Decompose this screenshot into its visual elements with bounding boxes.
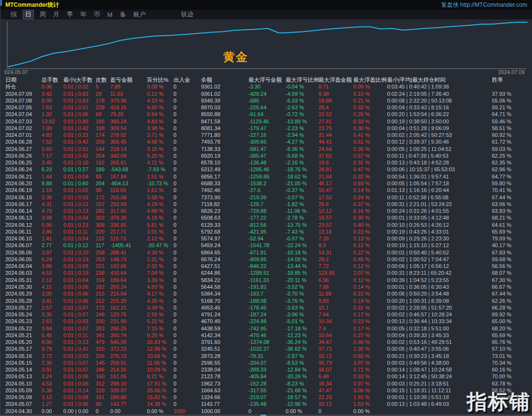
table-row[interactable]: 2024.05.132.240.01 | 0.06160161.058.21 %… (0, 373, 532, 380)
table-row[interactable]: 2024.06.267.170.01 | 0.42204342.095.20 %… (0, 152, 532, 159)
table-row[interactable]: 2024.06.144.790.01 | 0.13282317.604.88 %… (0, 208, 532, 214)
cell: -2.63 % (286, 104, 318, 111)
table-row[interactable]: 2024.07.014.830.01 | 0.22174278.023.71 %… (0, 132, 532, 138)
cell: 0.01 | 0.22 (63, 132, 96, 138)
cell: 0.69 % (353, 180, 387, 187)
cell: 29.2 (318, 256, 353, 263)
table-row[interactable]: 2024.05.104.530.01 | 0.05312298.1017.91 … (0, 380, 532, 387)
table-row[interactable]: 2024.06.043.860.01 | 0.09221182.652.92 %… (0, 263, 532, 269)
cell: 0.01 | 0.51 (63, 104, 96, 111)
table-row[interactable]: 2024.05.143.910.01 | 0.07246214.2610.09 … (0, 366, 532, 373)
cell: 0.00 (110, 408, 147, 415)
table-row[interactable]: 2024.06.174.310.01 | 0.22157292.594.29 %… (0, 201, 532, 208)
table-row[interactable]: 2024.06.034.520.01 | 0.19238410.647.04 %… (0, 269, 532, 276)
table-row[interactable]: 2024.06.101.410.01 | 0.04110115.732.12 %… (0, 235, 532, 242)
table-row[interactable]: 2024.06.211.440.01 | 0.0488167.842.51 %0… (0, 173, 532, 180)
table-row[interactable]: 2024.06.125.950.01 | 0.23308336.655.81 %… (0, 222, 532, 228)
cell: -385.47 (248, 152, 286, 159)
brand-link[interactable]: 复盘侠 http://MTCommander.com (441, 1, 527, 9)
cell: 215.64 (110, 290, 147, 297)
table-row[interactable]: 2024.06.072.770.01 | 0.12117-1405.41-20.… (0, 242, 532, 249)
cell: 0 (173, 277, 201, 283)
table-row[interactable]: 2024.05.215.450.01 | 0.11341350.749.25 %… (0, 332, 532, 339)
cell: 0 (173, 242, 201, 249)
menu-item-4[interactable]: 季 (65, 10, 74, 19)
cell: 4.88 % (147, 208, 173, 214)
table-row[interactable]: 2024.04.300.000.00 | 0.0000.000.00 %1000… (0, 408, 532, 415)
table-row[interactable]: 2024.07.027.900.01 | 0.42188309.543.98 %… (0, 125, 532, 132)
cell: 2024.06.20 (5, 180, 42, 187)
table-row[interactable]: 2024.05.071.270.01 | 0.0590143.7714.38 %… (0, 401, 532, 407)
cell: -470.46 (248, 332, 286, 339)
cell: 4142.34 (201, 332, 248, 339)
menu-item-7[interactable]: M (106, 11, 114, 19)
menu-item-3[interactable]: 月 (52, 10, 61, 19)
table-row[interactable]: 2024.05.232.630.01 | 0.03200231.905.22 %… (0, 318, 532, 325)
table-row[interactable]: 2024.07.041.320.01 | 0.066879.300.94 %08… (0, 111, 532, 118)
table-row[interactable]: 2024.05.304.110.01 | 0.06282260.244.83 %… (0, 283, 532, 290)
cell: -219.09 (248, 194, 286, 201)
menu-item-0[interactable]: 综 (9, 10, 18, 19)
table-row[interactable]: 2024.06.133.980.01 | 0.04302379.306.19 %… (0, 214, 532, 221)
cell: 0 (173, 318, 201, 325)
cell: 68.07 % (492, 269, 529, 276)
table-row[interactable]: 2024.05.179.790.01 | 0.41310372.2312.95 … (0, 345, 532, 352)
table-row[interactable]: 2024.05.283.410.01 | 0.06212215.254.35 %… (0, 297, 532, 304)
table-row[interactable]: 2024.05.223.840.01 | 0.07283296.257.15 %… (0, 325, 532, 332)
cell: -6.33 % (286, 97, 318, 104)
menu-item-2[interactable]: 周 (38, 10, 47, 19)
table-row[interactable]: 2024.06.056.240.01 | 0.19253148.732.31 %… (0, 256, 532, 263)
table-row[interactable]: 2024.06.209.880.01 | 0.60204-804.13-10.7… (0, 180, 532, 187)
table-row[interactable]: 2024.05.095.380.01 | 0.14229339.9725.66 … (0, 387, 532, 394)
table-row[interactable]: 2024.05.208.960.01 | 0.13479546.0916.83 … (0, 339, 532, 345)
menu-item-8[interactable]: 备 (118, 10, 128, 19)
table-row[interactable]: 2024.06.275.600.01 | 0.51144218.143.15 %… (0, 146, 532, 152)
table-row[interactable]: 2024.06.287.520.01 | 0.42209355.454.98 %… (0, 138, 532, 145)
cell: 0.35 % (353, 146, 387, 152)
cell: 0.14 % (353, 187, 387, 193)
cell: 8550.88 (201, 111, 248, 118)
menu-item-trail[interactable]: 轨迹 (180, 10, 195, 19)
table-row[interactable]: 2024.05.293.000.01 | 0.06215215.644.17 %… (0, 290, 532, 297)
cell: 1.30 % (353, 345, 387, 352)
table-row[interactable]: 2024.07.088.000.01 | 0.63178379.364.23 %… (0, 97, 532, 104)
cell: 0:00:19 | 0:43:26 | 4:33:01 (387, 228, 492, 235)
table-row[interactable]: 2024.07.0313.620.01 | 0.80185390.244.83 … (0, 118, 532, 125)
cell: 0:00:54 | 1:36:01 | 9:57:41 (387, 173, 492, 180)
cell: 1.19 (42, 187, 63, 193)
cell: 0 (173, 290, 201, 297)
cell: -13.89 % (286, 118, 318, 125)
table-row[interactable]: 2024.05.272.570.01 | 0.07172162.213.39 %… (0, 304, 532, 311)
table-row[interactable]: 持仓0.060.01 | 0.0257.880.08 %09361.02-3.3… (0, 83, 532, 90)
table-row[interactable]: 2024.05.243.350.01 | 0.07246120.752.59 %… (0, 311, 532, 318)
table-row[interactable]: 2024.05.083.130.01 | 0.08161180.8915.82 … (0, 394, 532, 401)
cell: 1.61 % (147, 187, 173, 193)
cell: 17.91 % (147, 380, 173, 387)
cell: 0.12 % (353, 277, 387, 283)
table-row[interactable]: 2024.06.063.870.01 | 0.10258288.414.39 %… (0, 249, 532, 256)
table-row[interactable]: 2024.06.253.450.01 | 0.10162265.614.21 %… (0, 159, 532, 166)
table-row[interactable]: 2024.05.312.120.01 | 0.04159189.643.36 %… (0, 277, 532, 283)
cell: 58.51 % (492, 125, 529, 132)
table-row[interactable]: 2024.06.191.190.01 | 0.0298118.561.61 %0… (0, 187, 532, 193)
menu-item-6[interactable]: 币 (92, 10, 101, 19)
table-row[interactable]: 2024.07.093.420.01 | 0.632911.630.12 %09… (0, 90, 532, 97)
cell: 239 (96, 228, 110, 235)
table-row[interactable]: 2024.07.057.630.01 | 0.51228419.154.90 %… (0, 104, 532, 111)
table-row[interactable]: 2024.06.113.860.01 | 0.11239217.713.91 %… (0, 228, 532, 235)
menu-item-9[interactable]: 账户 (132, 10, 147, 19)
cell: 6244.86 (201, 269, 248, 276)
cell: -12.23 % (286, 332, 318, 339)
table-row[interactable]: 2024.06.182.360.01 | 0.03172255.083.58 %… (0, 194, 532, 201)
cell: 308 (96, 222, 110, 228)
cell: 24.64 (318, 146, 353, 152)
table-row[interactable]: 2024.06.246.230.01 | 0.27189-543.68-7.93… (0, 166, 532, 173)
cell: 410.64 (110, 269, 147, 276)
table-row[interactable]: 2024.05.152.360.01 | 0.07145258.5111.06 … (0, 359, 532, 366)
menu-item-1[interactable]: 日 (23, 10, 34, 19)
cell: -804.13 (110, 180, 147, 187)
cell: -18.85 % (286, 269, 318, 276)
menu-item-5[interactable]: 年 (79, 10, 88, 19)
cell: 0.01 | 0.03 (63, 194, 96, 201)
table-row[interactable]: 2024.05.162.720.01 | 0.03226276.7310.66 … (0, 353, 532, 359)
